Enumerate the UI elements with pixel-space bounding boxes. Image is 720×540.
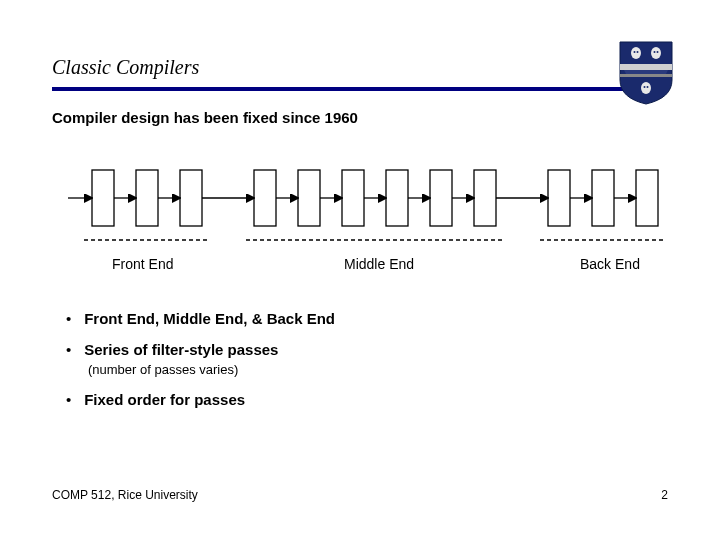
svg-rect-11 <box>92 170 114 226</box>
svg-rect-17 <box>386 170 408 226</box>
bullet-list: • Front End, Middle End, & Back End • Se… <box>66 310 335 422</box>
bullet-item: • Front End, Middle End, & Back End <box>66 310 335 327</box>
svg-point-9 <box>644 86 646 88</box>
footer-course: COMP 512, Rice University <box>52 488 198 502</box>
svg-point-4 <box>634 51 636 53</box>
rice-shield-logo <box>618 40 674 106</box>
bullet-dot-icon: • <box>66 341 80 358</box>
label-middle-end: Middle End <box>344 256 414 272</box>
svg-rect-13 <box>180 170 202 226</box>
svg-point-8 <box>641 82 651 94</box>
svg-point-6 <box>654 51 656 53</box>
svg-rect-1 <box>620 74 672 77</box>
bullet-text: Series of filter-style passes <box>84 341 278 358</box>
svg-rect-15 <box>298 170 320 226</box>
svg-rect-12 <box>136 170 158 226</box>
svg-rect-22 <box>636 170 658 226</box>
svg-point-5 <box>637 51 639 53</box>
bullet-dot-icon: • <box>66 310 80 327</box>
svg-point-10 <box>647 86 649 88</box>
bullet-text: Front End, Middle End, & Back End <box>84 310 335 327</box>
svg-rect-14 <box>254 170 276 226</box>
slide-title: Classic Compilers <box>52 56 668 79</box>
bullet-dot-icon: • <box>66 391 80 408</box>
svg-rect-20 <box>548 170 570 226</box>
svg-rect-16 <box>342 170 364 226</box>
svg-rect-18 <box>430 170 452 226</box>
slide-subtitle: Compiler design has been fixed since 196… <box>52 109 668 126</box>
svg-point-7 <box>657 51 659 53</box>
label-front-end: Front End <box>112 256 173 272</box>
bullet-item: • Series of filter-style passes (number … <box>66 341 335 377</box>
svg-point-2 <box>631 47 641 59</box>
svg-point-3 <box>651 47 661 59</box>
bullet-subtext: (number of passes varies) <box>88 362 335 377</box>
svg-rect-0 <box>620 64 672 70</box>
svg-rect-21 <box>592 170 614 226</box>
footer-page-number: 2 <box>661 488 668 502</box>
bullet-text: Fixed order for passes <box>84 391 245 408</box>
title-rule <box>52 87 668 91</box>
label-back-end: Back End <box>580 256 640 272</box>
svg-rect-19 <box>474 170 496 226</box>
bullet-item: • Fixed order for passes <box>66 391 335 408</box>
